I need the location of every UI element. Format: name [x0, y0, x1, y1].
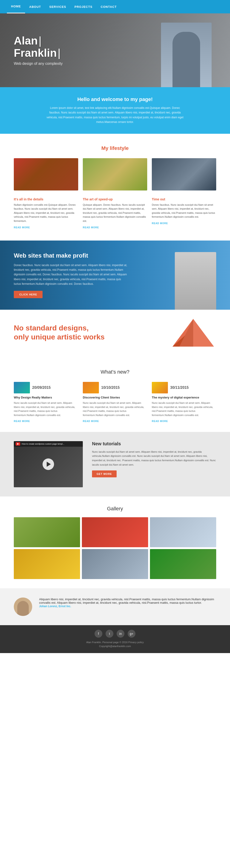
footer-copy-text-2: Copyright@alanfranklin.com: [99, 645, 131, 648]
testimonial-content: Aliquam libero nisi, imperdiet at, tinci…: [39, 597, 216, 608]
footer-copy-text: Alan Franklin. Personal page © 2016 Priv…: [86, 641, 144, 644]
news-card-1: 20/09/2015 Why Design Really Matters Nun…: [14, 382, 78, 423]
tutorials-content: New tutorials Nunc iaculis suscipit dui.…: [92, 441, 216, 477]
svg-marker-3: [180, 319, 193, 347]
gallery-title: Gallery: [14, 506, 216, 512]
nav-contact[interactable]: CONTACT: [97, 0, 121, 13]
news-image-3: [152, 382, 168, 394]
news-image-1: [14, 382, 30, 394]
no-standard-section: No standard designs, only unique artisti…: [0, 310, 230, 360]
news-text-1: Nunc iaculis suscipit dui.Nam sit amet s…: [14, 401, 78, 417]
gallery-item-1[interactable]: [14, 517, 80, 547]
profit-text: Donec faucibus. Nunc iaculis suscipit du…: [14, 263, 129, 286]
tutorials-video[interactable]: How to create wordpress custom page temp…: [14, 441, 83, 487]
gallery-grid: [14, 517, 216, 579]
lifestyle-card-1-title: It's all in the details: [14, 197, 78, 201]
gallery-item-2[interactable]: [82, 517, 148, 547]
news-read-more-3[interactable]: READ MORE: [152, 420, 168, 423]
news-image-2: [83, 382, 99, 394]
news-title-1: Why Design Really Matters: [14, 396, 78, 399]
tutorials-title: New tutorials: [92, 441, 216, 446]
social-googleplus[interactable]: g+: [128, 630, 136, 638]
lifestyle-card-3-title: Time out: [152, 197, 216, 201]
news-thumb-3: 30/11/2015: [152, 382, 216, 394]
profit-title: Web sites that make profit: [14, 252, 129, 259]
play-button[interactable]: [43, 459, 54, 470]
nav-about[interactable]: ABOUT: [25, 0, 45, 13]
lifestyle-image-2: [83, 158, 147, 190]
video-title-bar: How to create wordpress custom page temp…: [14, 441, 83, 447]
lifestyle-card-1-text: Nullam dignissim convallis est.Quisque a…: [14, 203, 78, 223]
gallery-item-6[interactable]: [150, 549, 216, 579]
welcome-section: Hello and welcome to my page! Lorem ipsu…: [0, 87, 230, 134]
social-facebook[interactable]: f: [94, 630, 102, 638]
lifestyle-card-2-read-more[interactable]: READ MORE: [83, 226, 99, 229]
tutorials-section: How to create wordpress custom page temp…: [0, 432, 230, 496]
lifestyle-card-3-text: Donec faucibus. Nunc iaculis suscipit du…: [152, 203, 216, 219]
profit-click-button[interactable]: CLICK HERE: [14, 291, 43, 298]
paper-boat-icon: [170, 314, 216, 351]
hero-subtitle: Web design of any complexity: [14, 62, 63, 66]
welcome-text: Lorem ipsum dolor sit amet, test link ad…: [46, 105, 184, 125]
news-text-2: Nunc iaculis suscipit dui.Nam sit amet s…: [83, 401, 147, 417]
news-cards: 20/09/2015 Why Design Really Matters Nun…: [14, 382, 216, 423]
tutorials-get-more-button[interactable]: GET MORE: [92, 470, 117, 477]
no-standard-title: No standard designs, only unique artisti…: [14, 323, 106, 341]
lifestyle-card-1: It's all in the details Nullam dignissim…: [14, 197, 78, 229]
news-read-more-1[interactable]: READ MORE: [14, 420, 30, 423]
lifestyle-card-3-read-more[interactable]: READ MORE: [152, 222, 168, 225]
nav-services[interactable]: SERVICES: [45, 0, 70, 13]
lifestyle-card-1-read-more[interactable]: READ MORE: [14, 226, 30, 229]
video-title-text: How to create wordpress custom page temp…: [22, 443, 65, 445]
social-twitter[interactable]: t: [106, 630, 113, 638]
svg-marker-2: [193, 319, 214, 347]
footer-copyright: Alan Franklin. Personal page © 2016 Priv…: [14, 641, 216, 648]
hero-name: Alan| Franklin|: [14, 35, 63, 59]
profit-person-image: [175, 252, 216, 310]
news-thumb-1: 20/09/2015: [14, 382, 78, 394]
news-title-3: The mystery of digital experience: [152, 396, 216, 399]
hero-person-image: [161, 23, 212, 87]
gallery-section: Gallery: [0, 496, 230, 588]
testimonial-avatar: [14, 597, 32, 616]
news-thumb-2: 10/10/2015: [83, 382, 147, 394]
whats-new-title: What's new?: [14, 369, 216, 375]
hero-content: Alan| Franklin| Web design of any comple…: [0, 35, 76, 66]
gallery-item-4[interactable]: [14, 549, 80, 579]
lifestyle-image-1: [14, 158, 78, 190]
news-card-3: 30/11/2015 The mystery of digital experi…: [152, 382, 216, 423]
nav-home[interactable]: HOME: [7, 0, 25, 13]
footer: f t in g+ Alan Franklin. Personal page ©…: [0, 625, 230, 653]
lifestyle-card-3: Time out Donec faucibus. Nunc iaculis su…: [152, 197, 216, 229]
lifestyle-card-2: The art of speed-up Quisque aliquam. Don…: [83, 197, 147, 229]
lifestyle-title: My lifestyle: [14, 145, 216, 151]
news-date-3: 30/11/2015: [170, 385, 189, 390]
welcome-title: Hello and welcome to my page!: [18, 96, 212, 102]
lifestyle-card-2-text: Quisque aliquam. Donec faucibus. Nunc ia…: [83, 203, 147, 223]
gallery-item-3[interactable]: [150, 517, 216, 547]
news-title-2: Discovering Client Stories: [83, 396, 147, 399]
news-read-more-2[interactable]: READ MORE: [83, 420, 99, 423]
news-date-1: 20/09/2015: [32, 385, 50, 390]
lifestyle-images: [14, 158, 216, 190]
lifestyle-section: My lifestyle It's all in the details Nul…: [0, 134, 230, 241]
lifestyle-card-2-title: The art of speed-up: [83, 197, 147, 201]
profit-content: Web sites that make profit Donec faucibu…: [14, 252, 129, 299]
testimonial-text: Aliquam libero nisi, imperdiet at, tinci…: [39, 597, 216, 604]
news-text-3: Nunc iaculis suscipit dui.Nam sit amet s…: [152, 401, 216, 417]
social-linkedin[interactable]: in: [117, 630, 124, 638]
hero-section: Alan| Franklin| Web design of any comple…: [0, 13, 230, 87]
lifestyle-image-3: [152, 158, 216, 190]
navigation: HOME ABOUT SERVICES PROJECTS CONTACT: [0, 0, 230, 13]
lifestyle-cards: It's all in the details Nullam dignissim…: [14, 197, 216, 229]
news-card-2: 10/10/2015 Discovering Client Stories Nu…: [83, 382, 147, 423]
tutorials-text: Nunc iaculis suscipit dui.Nam sit amet s…: [92, 450, 216, 467]
testimonial-name[interactable]: Johan Lorenz, Ernst Inc.: [39, 604, 71, 608]
profit-section: Web sites that make profit Donec faucibu…: [0, 241, 230, 310]
gallery-item-5[interactable]: [82, 549, 148, 579]
whats-new-section: What's new? 20/09/2015 Why Design Really…: [0, 360, 230, 432]
youtube-icon: [16, 442, 20, 445]
news-date-2: 10/10/2015: [101, 385, 120, 390]
footer-social: f t in g+: [14, 630, 216, 638]
nav-projects[interactable]: PROJECTS: [70, 0, 97, 13]
